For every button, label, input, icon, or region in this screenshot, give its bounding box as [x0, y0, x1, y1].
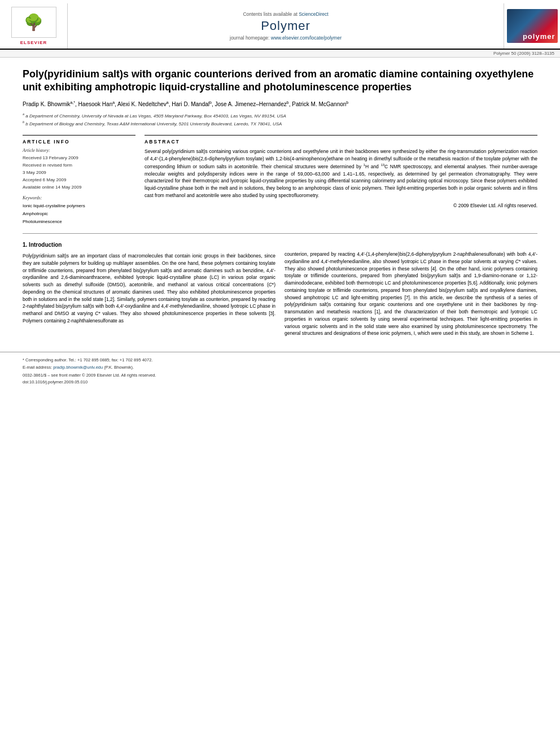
- introduction-col2: counterion, prepared by reacting 4,4′-(1…: [285, 241, 537, 337]
- email-line: E-mail address: pradip.bhowmik@unlv.edu …: [23, 364, 537, 370]
- sciencedirect-line: Contents lists available at ScienceDirec…: [243, 11, 328, 17]
- article-info-label: ARTICLE INFO: [23, 139, 135, 145]
- doi-line: doi:10.1016/j.polymer.2009.05.010: [23, 379, 537, 385]
- polymer-logo-box: polymer: [504, 3, 560, 49]
- keywords-label: Keywords:: [23, 195, 135, 200]
- elsevier-wordmark: ELSEVIER: [20, 40, 47, 45]
- article-info-abstract-section: ARTICLE INFO Article history: Received 1…: [23, 135, 537, 225]
- keywords-section: Keywords: Ionic liquid-crystalline polym…: [23, 195, 135, 225]
- intro-col2-text: counterion, prepared by reacting 4,4′-(1…: [285, 251, 537, 337]
- polymer-logo-text: polymer: [523, 32, 555, 41]
- keyword-3: Photoluminescence: [23, 218, 135, 226]
- journal-info-bar: Polymer 50 (2009) 3128–3135: [0, 50, 560, 58]
- journal-title: Polymer: [261, 19, 310, 33]
- article-title: Poly(pyridinium salt)s with organic coun…: [23, 68, 537, 94]
- history-label: Article history:: [23, 148, 135, 153]
- journal-center: Contents lists available at ScienceDirec…: [68, 3, 504, 49]
- footer: * Corresponding author. Tel.: +1 702 895…: [0, 352, 560, 388]
- introduction-section: 1. Introduction Poly(pyridinium salt)s a…: [23, 241, 537, 337]
- journal-header: 🌳 ELSEVIER Contents lists available at S…: [0, 0, 560, 50]
- journal-homepage-line: journal homepage: www.elsevier.com/locat…: [230, 35, 342, 41]
- abstract-text: Several poly(pyridinium salt)s containin…: [145, 148, 537, 199]
- intro-col1-text: Poly(pyridinium salt)s are an important …: [23, 252, 275, 325]
- affiliations: a a Department of Chemistry, University …: [23, 112, 537, 127]
- sciencedirect-link[interactable]: ScienceDirect: [299, 11, 328, 17]
- homepage-link[interactable]: www.elsevier.com/locate/polymer: [271, 35, 342, 41]
- abstract-column: ABSTRACT Several poly(pyridinium salt)s …: [145, 135, 537, 225]
- introduction-heading: 1. Introduction: [23, 241, 275, 249]
- keyword-1: Ionic liquid-crystalline polymers: [23, 202, 135, 210]
- authors-line: Pradip K. Bhowmika,*, Haesook Hana, Alex…: [23, 100, 537, 108]
- tree-icon: 🌳: [24, 13, 43, 32]
- article-history-section: Article history: Received 13 February 20…: [23, 148, 135, 191]
- article-info-column: ARTICLE INFO Article history: Received 1…: [23, 135, 135, 225]
- main-content: Poly(pyridinium salt)s with organic coun…: [0, 58, 560, 344]
- section-divider: [23, 233, 537, 234]
- author-email[interactable]: pradip.bhowmik@unlv.edu: [53, 365, 103, 370]
- elsevier-logo-box: 🌳: [11, 7, 56, 38]
- polymer-journal-image: polymer: [507, 9, 558, 43]
- issn-line: 0032-3861/$ – see front matter © 2009 El…: [23, 372, 537, 378]
- corresponding-author-note: * Corresponding author. Tel.: +1 702 895…: [23, 357, 537, 363]
- keyword-2: Amphotropic: [23, 210, 135, 218]
- introduction-col1: 1. Introduction Poly(pyridinium salt)s a…: [23, 241, 275, 337]
- elsevier-logo: 🌳 ELSEVIER: [0, 3, 68, 49]
- copyright-line: © 2009 Elsevier Ltd. All rights reserved…: [145, 203, 537, 208]
- received-date: Received 13 February 2009 Received in re…: [23, 155, 135, 191]
- abstract-label: ABSTRACT: [145, 139, 537, 145]
